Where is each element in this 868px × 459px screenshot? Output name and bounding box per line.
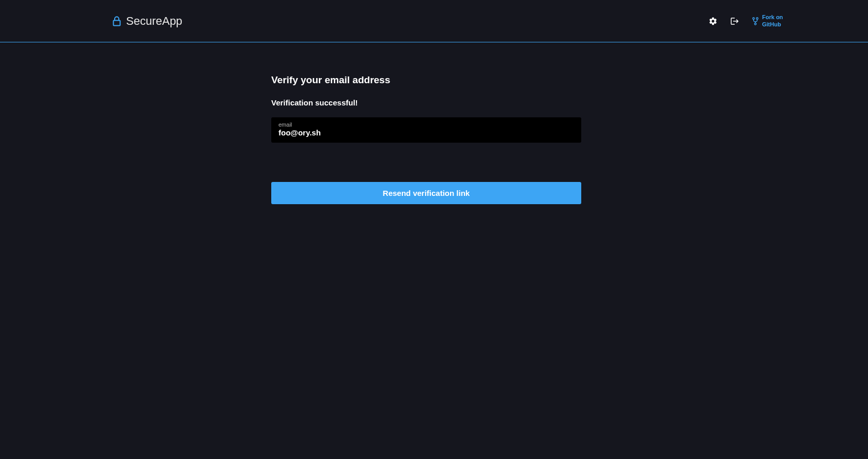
page-title: Verify your email address	[271, 74, 581, 86]
settings-button[interactable]	[708, 17, 718, 26]
app-header: SecureApp	[0, 0, 868, 42]
resend-button[interactable]: Resend verification link	[271, 182, 581, 204]
verification-card: Verify your email address Verification s…	[271, 74, 581, 204]
fork-icon	[752, 17, 759, 25]
email-input-group: email	[271, 117, 581, 143]
gear-icon	[708, 17, 718, 26]
svg-point-2	[756, 18, 758, 20]
svg-point-1	[753, 18, 755, 20]
logout-icon	[730, 17, 739, 26]
svg-rect-0	[114, 20, 120, 25]
email-field[interactable]	[278, 128, 574, 137]
brand-name: SecureApp	[126, 14, 182, 28]
brand[interactable]: SecureApp	[113, 14, 182, 28]
status-message: Verification successful!	[271, 98, 581, 107]
fork-github-link[interactable]: Fork on GitHub	[752, 14, 788, 27]
logout-button[interactable]	[730, 17, 739, 26]
main-content: Verify your email address Verification s…	[0, 42, 868, 204]
email-label: email	[278, 121, 574, 128]
fork-github-label: Fork on GitHub	[762, 14, 788, 27]
header-actions: Fork on GitHub	[708, 14, 788, 27]
lock-icon	[113, 16, 121, 26]
svg-point-3	[754, 23, 756, 25]
